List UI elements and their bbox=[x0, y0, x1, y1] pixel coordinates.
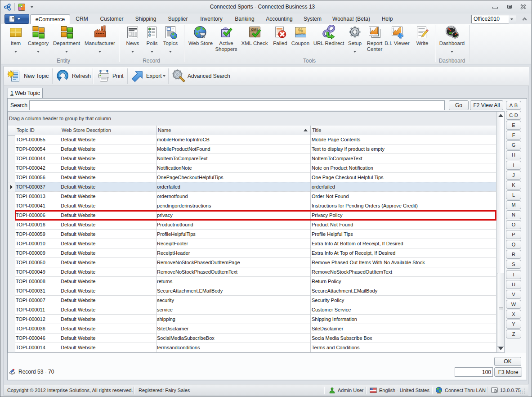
svg-text:%: % bbox=[298, 27, 303, 34]
